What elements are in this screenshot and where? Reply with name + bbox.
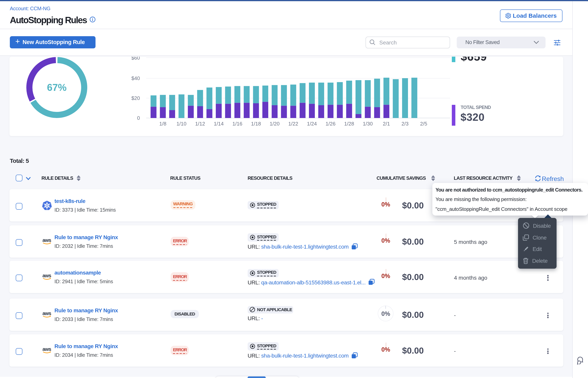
svg-text:1/20: 1/20 bbox=[270, 121, 280, 127]
svg-text:1/12: 1/12 bbox=[195, 121, 205, 127]
svg-text:$40: $40 bbox=[131, 75, 140, 81]
svg-text:1/8: 1/8 bbox=[159, 121, 166, 127]
svg-text:aws: aws bbox=[42, 273, 51, 278]
svg-text:1/24: 1/24 bbox=[307, 121, 317, 127]
svg-text:1/14: 1/14 bbox=[214, 121, 224, 127]
svg-text:1/30: 1/30 bbox=[363, 121, 373, 127]
svg-text:$60: $60 bbox=[131, 57, 140, 61]
svg-text:aws: aws bbox=[42, 311, 51, 316]
svg-text:aws: aws bbox=[42, 347, 51, 352]
svg-text:67%: 67% bbox=[47, 82, 67, 93]
svg-text:2/1: 2/1 bbox=[383, 121, 390, 127]
svg-text:1/10: 1/10 bbox=[177, 121, 187, 127]
svg-text:2/3: 2/3 bbox=[401, 121, 409, 127]
svg-text:aws: aws bbox=[42, 238, 51, 243]
svg-text:0: 0 bbox=[137, 115, 140, 121]
svg-text:$20: $20 bbox=[131, 95, 140, 101]
svg-text:1/26: 1/26 bbox=[325, 121, 335, 127]
svg-text:1/18: 1/18 bbox=[251, 121, 261, 127]
svg-text:$659: $659 bbox=[461, 57, 487, 63]
svg-text:TOTAL SPEND: TOTAL SPEND bbox=[461, 105, 491, 110]
svg-text:1/28: 1/28 bbox=[344, 121, 354, 127]
svg-text:$320: $320 bbox=[460, 111, 485, 123]
svg-text:2/5: 2/5 bbox=[420, 121, 427, 127]
svg-text:1/22: 1/22 bbox=[288, 121, 298, 127]
svg-text:1/16: 1/16 bbox=[232, 121, 242, 127]
